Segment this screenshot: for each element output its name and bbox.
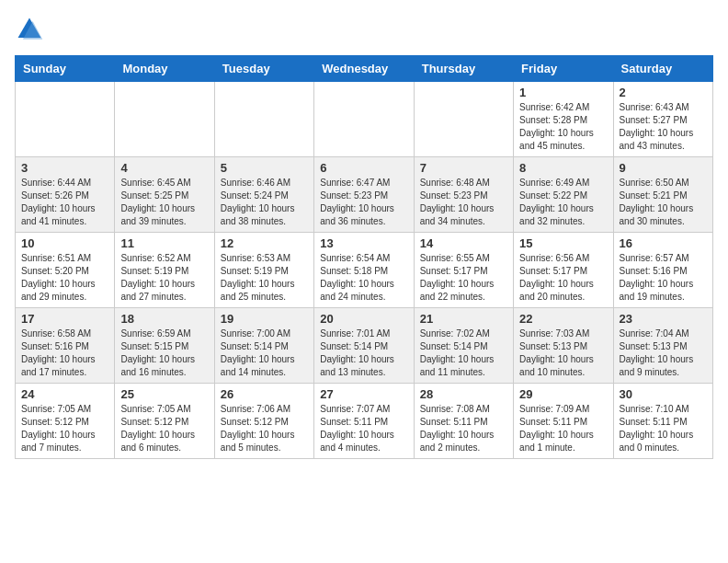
calendar-cell [115,82,214,157]
day-number: 9 [620,161,707,175]
calendar-week-2: 3Sunrise: 6:44 AM Sunset: 5:26 PM Daylig… [16,157,713,233]
day-number: 26 [221,387,308,401]
day-number: 10 [21,236,108,250]
calendar-header: SundayMondayTuesdayWednesdayThursdayFrid… [16,56,713,82]
calendar-cell: 25Sunrise: 7:05 AM Sunset: 5:12 PM Dayli… [115,384,214,459]
day-info: Sunrise: 7:06 AM Sunset: 5:12 PM Dayligh… [221,403,308,454]
logo [15,15,48,44]
day-number: 13 [320,236,407,250]
day-info: Sunrise: 7:01 AM Sunset: 5:14 PM Dayligh… [320,327,407,379]
calendar-cell: 16Sunrise: 6:57 AM Sunset: 5:16 PM Dayli… [613,233,712,308]
day-number: 24 [21,387,108,401]
calendar-cell: 28Sunrise: 7:08 AM Sunset: 5:11 PM Dayli… [414,384,513,459]
day-info: Sunrise: 6:59 AM Sunset: 5:15 PM Dayligh… [120,327,208,379]
day-number: 7 [420,161,507,175]
weekday-header-saturday: Saturday [613,56,712,82]
day-info: Sunrise: 6:44 AM Sunset: 5:26 PM Dayligh… [21,177,108,228]
calendar-cell: 17Sunrise: 6:58 AM Sunset: 5:16 PM Dayli… [16,308,115,384]
day-info: Sunrise: 6:45 AM Sunset: 5:25 PM Dayligh… [120,177,208,228]
calendar-week-3: 10Sunrise: 6:51 AM Sunset: 5:20 PM Dayli… [16,233,713,308]
day-info: Sunrise: 7:03 AM Sunset: 5:13 PM Dayligh… [519,327,607,379]
calendar-cell: 2Sunrise: 6:43 AM Sunset: 5:27 PM Daylig… [613,82,712,157]
day-number: 8 [519,161,607,175]
day-number: 27 [320,387,407,401]
day-number: 19 [221,312,308,326]
day-number: 15 [519,236,607,250]
calendar-week-4: 17Sunrise: 6:58 AM Sunset: 5:16 PM Dayli… [16,308,713,384]
calendar-cell: 15Sunrise: 6:56 AM Sunset: 5:17 PM Dayli… [514,233,613,308]
day-info: Sunrise: 6:58 AM Sunset: 5:16 PM Dayligh… [21,327,108,379]
calendar-cell: 3Sunrise: 6:44 AM Sunset: 5:26 PM Daylig… [16,157,115,233]
calendar-cell: 6Sunrise: 6:47 AM Sunset: 5:23 PM Daylig… [314,157,414,233]
weekday-header-tuesday: Tuesday [214,56,313,82]
day-number: 22 [519,312,607,326]
day-info: Sunrise: 7:07 AM Sunset: 5:11 PM Dayligh… [320,403,407,454]
calendar-cell: 11Sunrise: 6:52 AM Sunset: 5:19 PM Dayli… [115,233,214,308]
day-number: 5 [221,161,308,175]
day-info: Sunrise: 6:57 AM Sunset: 5:16 PM Dayligh… [620,252,707,304]
day-info: Sunrise: 6:47 AM Sunset: 5:23 PM Dayligh… [320,177,407,228]
weekday-row: SundayMondayTuesdayWednesdayThursdayFrid… [16,56,713,82]
day-info: Sunrise: 7:00 AM Sunset: 5:14 PM Dayligh… [221,327,308,379]
calendar-week-1: 1Sunrise: 6:42 AM Sunset: 5:28 PM Daylig… [16,82,713,157]
calendar-cell: 4Sunrise: 6:45 AM Sunset: 5:25 PM Daylig… [115,157,214,233]
weekday-header-thursday: Thursday [414,56,513,82]
day-info: Sunrise: 6:50 AM Sunset: 5:21 PM Dayligh… [620,177,707,228]
day-info: Sunrise: 7:02 AM Sunset: 5:14 PM Dayligh… [420,327,507,379]
day-number: 25 [120,387,208,401]
calendar-cell [16,82,115,157]
day-info: Sunrise: 7:08 AM Sunset: 5:11 PM Dayligh… [420,403,507,454]
day-number: 29 [519,387,607,401]
calendar-cell: 12Sunrise: 6:53 AM Sunset: 5:19 PM Dayli… [214,233,313,308]
day-number: 23 [620,312,707,326]
logo-icon [15,15,44,44]
day-number: 6 [320,161,407,175]
day-number: 4 [120,161,208,175]
day-info: Sunrise: 7:10 AM Sunset: 5:11 PM Dayligh… [620,403,707,454]
day-info: Sunrise: 6:46 AM Sunset: 5:24 PM Dayligh… [221,177,308,228]
day-number: 11 [120,236,208,250]
calendar-cell: 1Sunrise: 6:42 AM Sunset: 5:28 PM Daylig… [514,82,613,157]
calendar-cell: 20Sunrise: 7:01 AM Sunset: 5:14 PM Dayli… [314,308,414,384]
calendar-cell: 27Sunrise: 7:07 AM Sunset: 5:11 PM Dayli… [314,384,414,459]
day-number: 20 [320,312,407,326]
day-info: Sunrise: 6:54 AM Sunset: 5:18 PM Dayligh… [320,252,407,304]
header [15,15,713,44]
calendar-cell: 19Sunrise: 7:00 AM Sunset: 5:14 PM Dayli… [214,308,313,384]
day-info: Sunrise: 6:52 AM Sunset: 5:19 PM Dayligh… [120,252,208,304]
calendar-cell [214,82,313,157]
calendar-cell: 13Sunrise: 6:54 AM Sunset: 5:18 PM Dayli… [314,233,414,308]
day-number: 2 [620,86,707,99]
day-number: 14 [420,236,507,250]
day-info: Sunrise: 6:49 AM Sunset: 5:22 PM Dayligh… [519,177,607,228]
calendar-cell: 10Sunrise: 6:51 AM Sunset: 5:20 PM Dayli… [16,233,115,308]
calendar-cell: 26Sunrise: 7:06 AM Sunset: 5:12 PM Dayli… [214,384,313,459]
day-number: 17 [21,312,108,326]
calendar-cell [314,82,414,157]
day-info: Sunrise: 6:42 AM Sunset: 5:28 PM Dayligh… [519,101,607,153]
day-info: Sunrise: 7:05 AM Sunset: 5:12 PM Dayligh… [120,403,208,454]
calendar-cell: 29Sunrise: 7:09 AM Sunset: 5:11 PM Dayli… [514,384,613,459]
calendar-cell: 5Sunrise: 6:46 AM Sunset: 5:24 PM Daylig… [214,157,313,233]
day-info: Sunrise: 6:43 AM Sunset: 5:27 PM Dayligh… [620,101,707,153]
day-number: 16 [620,236,707,250]
day-number: 30 [620,387,707,401]
calendar-cell: 22Sunrise: 7:03 AM Sunset: 5:13 PM Dayli… [514,308,613,384]
calendar-cell: 18Sunrise: 6:59 AM Sunset: 5:15 PM Dayli… [115,308,214,384]
day-info: Sunrise: 7:09 AM Sunset: 5:11 PM Dayligh… [519,403,607,454]
weekday-header-sunday: Sunday [16,56,115,82]
day-number: 21 [420,312,507,326]
day-info: Sunrise: 6:51 AM Sunset: 5:20 PM Dayligh… [21,252,108,304]
day-info: Sunrise: 7:04 AM Sunset: 5:13 PM Dayligh… [620,327,707,379]
calendar-body: 1Sunrise: 6:42 AM Sunset: 5:28 PM Daylig… [16,82,713,459]
calendar-cell: 24Sunrise: 7:05 AM Sunset: 5:12 PM Dayli… [16,384,115,459]
calendar-cell: 21Sunrise: 7:02 AM Sunset: 5:14 PM Dayli… [414,308,513,384]
day-number: 1 [519,86,607,99]
day-info: Sunrise: 6:53 AM Sunset: 5:19 PM Dayligh… [221,252,308,304]
day-number: 18 [120,312,208,326]
day-info: Sunrise: 6:56 AM Sunset: 5:17 PM Dayligh… [519,252,607,304]
weekday-header-monday: Monday [115,56,214,82]
calendar-cell: 23Sunrise: 7:04 AM Sunset: 5:13 PM Dayli… [613,308,712,384]
day-info: Sunrise: 7:05 AM Sunset: 5:12 PM Dayligh… [21,403,108,454]
calendar-cell: 9Sunrise: 6:50 AM Sunset: 5:21 PM Daylig… [613,157,712,233]
